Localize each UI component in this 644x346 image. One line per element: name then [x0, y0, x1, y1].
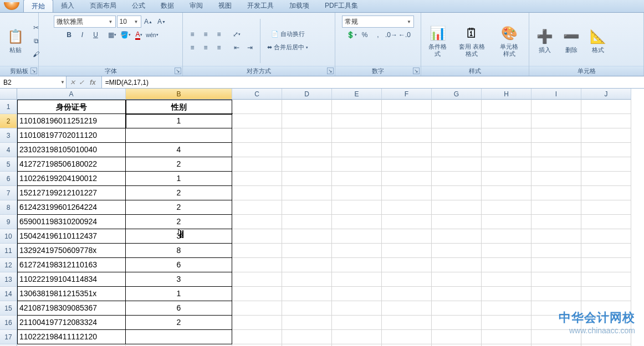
cell-G14[interactable]	[432, 287, 482, 301]
cell-A12[interactable]: 612724198312110163	[17, 258, 126, 272]
col-header-A[interactable]: A	[17, 89, 126, 100]
borders-icon[interactable]: ▦▾	[106, 29, 119, 41]
cell-E4[interactable]	[332, 143, 382, 157]
cell-E17[interactable]	[332, 330, 382, 344]
cell-I15[interactable]	[531, 301, 581, 316]
cell-C16[interactable]	[232, 316, 282, 330]
cell-D6[interactable]	[282, 172, 332, 186]
cell-D3[interactable]	[282, 128, 332, 143]
align-launcher[interactable]: ↘	[327, 68, 334, 74]
italic-button[interactable]: I	[76, 29, 89, 41]
cell-J9[interactable]	[581, 215, 631, 229]
cell-B7[interactable]: 2	[126, 186, 232, 200]
cell-A13[interactable]: 110222199104114834	[17, 272, 126, 287]
col-header-I[interactable]: I	[531, 89, 581, 100]
cell-F9[interactable]	[382, 215, 432, 229]
tab-0[interactable]: 开始	[23, 0, 53, 12]
cell-E1[interactable]	[332, 100, 382, 114]
cell-E10[interactable]	[332, 229, 382, 244]
comma-icon[interactable]: ,	[372, 29, 384, 41]
delete-button[interactable]: ➖删除	[559, 17, 584, 64]
row-header-8[interactable]: 8	[0, 200, 17, 215]
cell-D4[interactable]	[282, 143, 332, 157]
cell-D13[interactable]	[282, 272, 332, 287]
cell-F16[interactable]	[382, 316, 432, 330]
cell-J16[interactable]	[581, 316, 631, 330]
align-top-icon[interactable]: ≡	[186, 28, 198, 40]
col-header-F[interactable]: F	[382, 89, 432, 100]
cell-H9[interactable]	[482, 215, 531, 229]
row-header-6[interactable]: 6	[0, 172, 17, 186]
cell-H6[interactable]	[482, 172, 531, 186]
cell-B14[interactable]: 1	[126, 287, 232, 301]
currency-icon[interactable]: 💲▾	[345, 29, 357, 41]
cell-D9[interactable]	[282, 215, 332, 229]
cell-D2[interactable]	[282, 114, 332, 128]
indent-inc-icon[interactable]: ⇥	[244, 42, 256, 54]
cell-A17[interactable]: 110222198411112120	[17, 330, 126, 344]
cell-F7[interactable]	[382, 186, 432, 200]
cell-E12[interactable]	[332, 258, 382, 272]
cell-E6[interactable]	[332, 172, 382, 186]
cell-D17[interactable]	[282, 330, 332, 344]
formula-input[interactable]: =MID(A2,17,1)	[102, 76, 644, 88]
wrap-text-button[interactable]: 📄自动换行	[264, 28, 311, 40]
cell-F11[interactable]	[382, 244, 432, 258]
cell-J15[interactable]	[581, 301, 631, 316]
cell-D7[interactable]	[282, 186, 332, 200]
paste-button[interactable]: 📋 粘贴	[3, 17, 28, 64]
cell-G13[interactable]	[432, 272, 482, 287]
cell-F12[interactable]	[382, 258, 432, 272]
align-middle-icon[interactable]: ≡	[200, 28, 212, 40]
row-header-3[interactable]: 3	[0, 128, 17, 143]
cell-J11[interactable]	[581, 244, 631, 258]
row-header-5[interactable]: 5	[0, 157, 17, 172]
cell-F15[interactable]	[382, 301, 432, 316]
cell-I5[interactable]	[531, 157, 581, 172]
cell-I16[interactable]	[531, 316, 581, 330]
cell-E3[interactable]	[332, 128, 382, 143]
col-header-E[interactable]: E	[332, 89, 382, 100]
table-format-button[interactable]: 🗓套用 表格格式	[453, 17, 490, 64]
cell-H17[interactable]	[482, 330, 531, 344]
cell-D12[interactable]	[282, 258, 332, 272]
align-right-icon[interactable]: ≡	[213, 42, 225, 54]
cell-J17[interactable]	[581, 330, 631, 344]
cell-A7[interactable]: 152127199212101227	[17, 186, 126, 200]
cell-C5[interactable]	[232, 157, 282, 172]
cell-G9[interactable]	[432, 215, 482, 229]
cell-H15[interactable]	[482, 301, 531, 316]
fill-color-icon[interactable]: 🪣▾	[120, 29, 132, 41]
cell-J5[interactable]	[581, 157, 631, 172]
cell-G3[interactable]	[432, 128, 482, 143]
col-header-D[interactable]: D	[282, 89, 332, 100]
cell-C2[interactable]	[232, 114, 282, 128]
cell-I9[interactable]	[531, 215, 581, 229]
cell-C3[interactable]	[232, 128, 282, 143]
cell-I6[interactable]	[531, 172, 581, 186]
cell-D11[interactable]	[282, 244, 332, 258]
cell-D1[interactable]	[282, 100, 332, 114]
cell-G7[interactable]	[432, 186, 482, 200]
cell-E5[interactable]	[332, 157, 382, 172]
cell-I14[interactable]	[531, 287, 581, 301]
cell-D10[interactable]	[282, 229, 332, 244]
tab-8[interactable]: 加载项	[282, 0, 317, 12]
cell-A4[interactable]: 231023198105010040	[17, 143, 126, 157]
cell-F10[interactable]	[382, 229, 432, 244]
cell-B5[interactable]: 2	[126, 157, 232, 172]
cell-J6[interactable]	[581, 172, 631, 186]
tab-9[interactable]: PDF工具集	[317, 0, 366, 12]
cell-D16[interactable]	[282, 316, 332, 330]
cell-A11[interactable]: 13292419750609778x	[17, 244, 126, 258]
insert-button[interactable]: ➕插入	[533, 17, 557, 64]
number-format-combo[interactable]: 常规▼	[342, 16, 414, 28]
cell-G6[interactable]	[432, 172, 482, 186]
cell-D5[interactable]	[282, 157, 332, 172]
cell-C7[interactable]	[232, 186, 282, 200]
inc-decimal-icon[interactable]: .0→	[385, 29, 397, 41]
dec-decimal-icon[interactable]: ←.0	[398, 29, 411, 41]
cell-G12[interactable]	[432, 258, 482, 272]
cell-H2[interactable]	[482, 114, 531, 128]
format-button[interactable]: 📐格式	[586, 17, 610, 64]
